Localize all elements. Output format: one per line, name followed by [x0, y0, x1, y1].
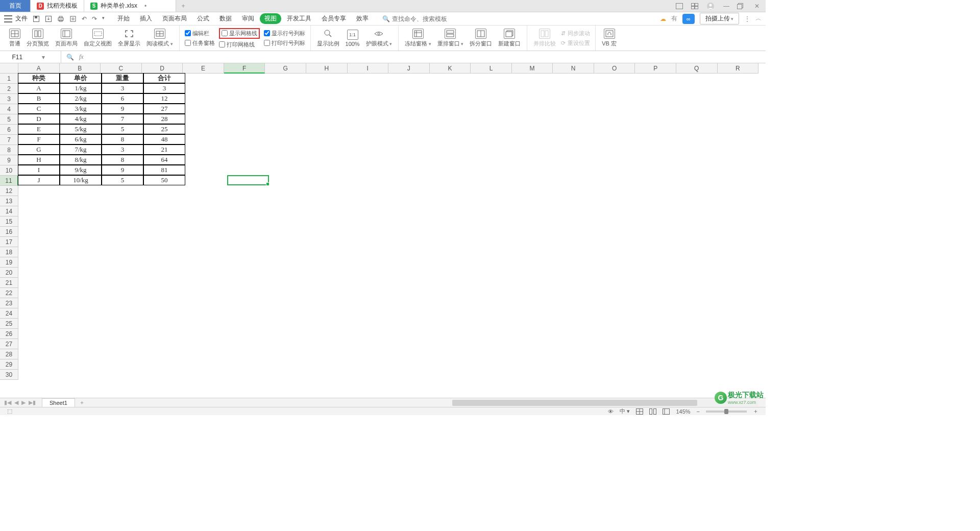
row-header[interactable]: 3	[0, 94, 18, 104]
column-header[interactable]: P	[635, 63, 676, 74]
column-header[interactable]: G	[265, 63, 306, 74]
check-printgrid[interactable]: 打印网格线	[219, 41, 260, 49]
print-preview-icon[interactable]	[69, 15, 77, 22]
sheet-nav-next-icon[interactable]: ▶	[21, 399, 26, 406]
table-cell[interactable]: 3	[102, 83, 143, 93]
table-cell[interactable]: 6	[102, 93, 143, 104]
zoom-in-button[interactable]: ＋	[753, 407, 758, 415]
table-cell[interactable]: 9/kg	[60, 165, 102, 175]
table-cell[interactable]: J	[18, 175, 60, 185]
menu-efficiency[interactable]: 效率	[352, 13, 373, 24]
tab-home[interactable]: 首页	[0, 0, 31, 12]
save-icon[interactable]	[33, 15, 40, 22]
row-header[interactable]: 18	[0, 247, 18, 257]
table-cell[interactable]: 25	[143, 124, 185, 134]
table-cell[interactable]: 27	[143, 104, 185, 114]
fx-icon[interactable]: fx	[79, 53, 84, 61]
row-header[interactable]: 19	[0, 257, 18, 268]
row-header[interactable]: 29	[0, 359, 18, 370]
table-cell[interactable]: F	[18, 134, 60, 144]
column-header[interactable]: K	[430, 63, 471, 74]
table-cell[interactable]: 5	[102, 175, 143, 185]
table-cell[interactable]: 21	[143, 144, 185, 155]
more-icon[interactable]: ⋮	[744, 15, 750, 22]
name-box-dropdown-icon[interactable]: ▾	[31, 54, 57, 61]
collapse-ribbon-icon[interactable]: ︿	[755, 14, 762, 23]
table-cell[interactable]: H	[18, 155, 60, 165]
layout-grid-icon[interactable]	[691, 3, 700, 9]
column-header[interactable]: F	[224, 63, 265, 74]
cloud-badge-icon[interactable]: ∞	[682, 14, 695, 24]
table-cell[interactable]: 3	[102, 144, 143, 155]
table-cell[interactable]: 64	[143, 155, 185, 165]
table-cell[interactable]: C	[18, 104, 60, 114]
column-header[interactable]: O	[594, 63, 635, 74]
column-header[interactable]: A	[18, 63, 60, 74]
upload-button[interactable]: 拍摄上传▾	[700, 13, 739, 25]
view-pagebreak-button[interactable]: 分页预览	[23, 28, 52, 49]
select-all-corner[interactable]	[0, 63, 18, 74]
new-window-button[interactable]: 新建窗口	[495, 28, 524, 49]
row-header[interactable]: 30	[0, 370, 18, 380]
view-normal-icon[interactable]	[636, 408, 643, 415]
freeze-button[interactable]: 冻结窗格	[402, 28, 434, 49]
view-pagelayout-status-icon[interactable]	[663, 408, 670, 415]
row-header[interactable]: 15	[0, 216, 18, 227]
column-header[interactable]: I	[348, 63, 389, 74]
table-cell[interactable]: 1/kg	[60, 83, 102, 93]
cloud-sync-icon[interactable]: ☁	[660, 15, 666, 22]
row-header[interactable]: 11	[0, 176, 18, 186]
check-taskpane[interactable]: 任务窗格	[185, 39, 215, 47]
table-header-cell[interactable]: 单价	[60, 73, 102, 83]
name-box[interactable]: F11 ▾	[0, 51, 61, 63]
row-header[interactable]: 9	[0, 155, 18, 165]
redo-icon[interactable]: ↷	[92, 15, 97, 22]
macro-button[interactable]: VB 宏	[599, 28, 620, 49]
view-normal-button[interactable]: 普通	[6, 28, 23, 49]
view-pagelayout-button[interactable]: 页面布局	[52, 28, 81, 49]
column-header[interactable]: E	[183, 63, 224, 74]
menu-view[interactable]: 视图	[260, 13, 281, 24]
file-menu[interactable]: 文件	[15, 14, 28, 23]
column-header[interactable]: M	[512, 63, 553, 74]
row-header[interactable]: 17	[0, 237, 18, 247]
search-input[interactable]	[392, 15, 463, 22]
column-header[interactable]: R	[718, 63, 759, 74]
column-header[interactable]: H	[306, 63, 348, 74]
row-header[interactable]: 26	[0, 329, 18, 339]
table-cell[interactable]: 48	[143, 134, 185, 144]
table-cell[interactable]: 8	[102, 155, 143, 165]
table-header-cell[interactable]: 重量	[102, 73, 143, 83]
row-header[interactable]: 16	[0, 227, 18, 237]
fx-search-icon[interactable]: 🔍	[66, 54, 74, 61]
row-header[interactable]: 24	[0, 308, 18, 319]
row-header[interactable]: 28	[0, 349, 18, 359]
row-header[interactable]: 10	[0, 165, 18, 176]
undo-icon[interactable]: ↶	[82, 15, 87, 22]
row-header[interactable]: 2	[0, 84, 18, 94]
table-cell[interactable]: 28	[143, 114, 185, 124]
scrollbar-thumb[interactable]	[452, 400, 697, 406]
table-cell[interactable]: 5	[102, 124, 143, 134]
save-as-icon[interactable]	[45, 15, 52, 22]
tab-add-button[interactable]: ＋	[176, 0, 190, 12]
row-header[interactable]: 20	[0, 268, 18, 278]
table-cell[interactable]: 7/kg	[60, 144, 102, 155]
horizontal-scrollbar[interactable]	[452, 400, 758, 406]
user-avatar-icon[interactable]	[706, 2, 716, 10]
column-header[interactable]: D	[142, 63, 183, 74]
column-header[interactable]: L	[471, 63, 512, 74]
table-header-cell[interactable]: 种类	[18, 73, 60, 83]
hamburger-menu[interactable]	[4, 15, 12, 22]
column-header[interactable]: B	[60, 63, 101, 74]
table-cell[interactable]: 5/kg	[60, 124, 102, 134]
view-custom-button[interactable]: 自定义视图	[81, 28, 115, 49]
check-gridlines[interactable]: 显示网格线	[219, 28, 260, 39]
menu-insert[interactable]: 插入	[135, 13, 157, 24]
row-header[interactable]: 13	[0, 196, 18, 206]
table-cell[interactable]: 6/kg	[60, 134, 102, 144]
table-cell[interactable]: 7	[102, 114, 143, 124]
print-icon[interactable]	[57, 15, 64, 22]
column-header[interactable]: N	[553, 63, 594, 74]
row-header[interactable]: 4	[0, 104, 18, 114]
